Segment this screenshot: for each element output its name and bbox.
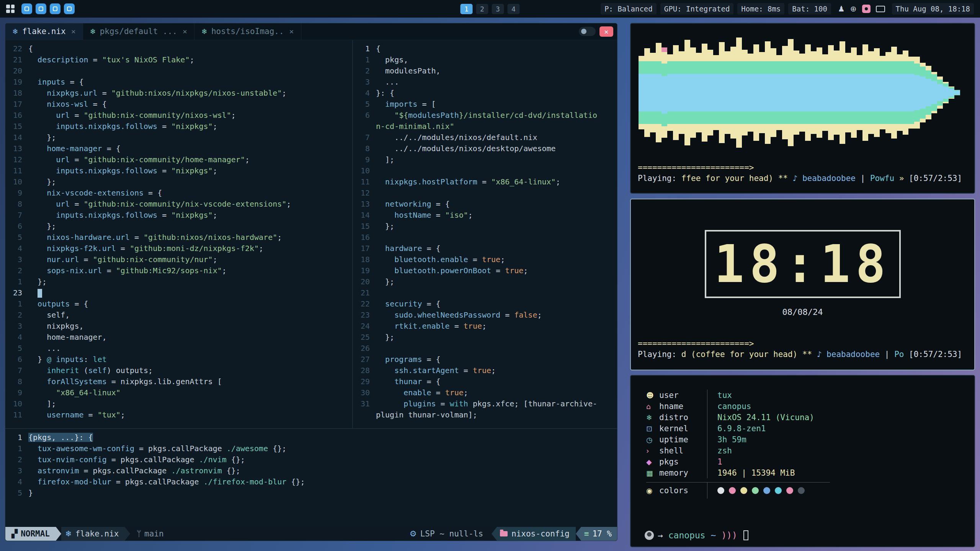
tab-flake-nix[interactable]: ❄flake.nix× bbox=[5, 23, 83, 40]
uptime-icon: ◷ bbox=[646, 435, 659, 444]
code-line: plugin thunar-volman]; bbox=[353, 409, 617, 421]
waveform-column bbox=[794, 51, 799, 135]
code-line: 20 }; bbox=[353, 276, 617, 287]
line-number: 4 bbox=[5, 243, 28, 254]
fetch-row-distro: ❄distroNixOS 24.11 (Vicuna) bbox=[646, 412, 830, 423]
waveform-column bbox=[880, 56, 885, 129]
code-line: 9 ]; bbox=[353, 154, 617, 165]
tab-close-icon[interactable]: × bbox=[289, 27, 294, 36]
line-number: 3 bbox=[5, 465, 28, 476]
line-number: 9 bbox=[5, 387, 28, 398]
fetch-row-kernel: ⊡kernel6.9.8-zen1 bbox=[646, 423, 830, 434]
file-segment[interactable]: ❄ flake.nix bbox=[61, 527, 125, 541]
waveform-column bbox=[753, 44, 759, 141]
clock-date[interactable]: Thu Aug 08, 18:18 bbox=[892, 3, 974, 15]
line-number: 11 bbox=[5, 409, 28, 421]
line-number: 1 bbox=[353, 43, 376, 54]
tab-pkgs-default-[interactable]: ❄pkgs/default ...× bbox=[83, 23, 194, 40]
line-number: 3 bbox=[353, 77, 376, 88]
line-number: 7 bbox=[5, 365, 28, 376]
status-item: Bat: 100 bbox=[788, 3, 831, 15]
lines-icon: ≡ bbox=[584, 529, 589, 538]
project-label: nixos-config bbox=[511, 529, 570, 538]
line-number: 11 bbox=[353, 176, 376, 187]
fetch-row-shell: ›shellzsh bbox=[646, 445, 830, 456]
workspace-tag-1[interactable]: 1 bbox=[461, 4, 473, 14]
line-number: 1 bbox=[353, 54, 376, 65]
code-line: 21 description = "tux's NixOS Flake"; bbox=[5, 54, 352, 65]
code-line: n-cd-minimal.nix" bbox=[353, 121, 617, 132]
waveform-column bbox=[845, 53, 851, 132]
line-number bbox=[353, 121, 376, 132]
pinned-app-icon-1[interactable] bbox=[21, 3, 32, 14]
waveform-column bbox=[891, 47, 897, 139]
memory-icon: ▦ bbox=[646, 469, 659, 477]
line-number: 4 bbox=[5, 332, 28, 343]
fetch-row-user: ☻usertux bbox=[646, 390, 830, 401]
code-pane-iso-image[interactable]: 1{1 pkgs,2 modulesPath,3 ...4}: {5 impor… bbox=[353, 40, 617, 428]
line-number: 5 bbox=[5, 487, 28, 499]
status-item: P: Balanced bbox=[601, 3, 657, 15]
code-pane-pkgs-default[interactable]: 1{pkgs, ...}: {1 tux-awesome-wm-config =… bbox=[5, 429, 617, 527]
code-line: 17 hardware = { bbox=[353, 243, 617, 254]
shell-prompt[interactable]: → canopus ~ ))) bbox=[645, 530, 748, 540]
line-number: 10 bbox=[5, 176, 28, 187]
line-number: 2 bbox=[5, 454, 28, 465]
line-number: 13 bbox=[5, 143, 28, 154]
code-line: 14 hostName = "iso"; bbox=[353, 210, 617, 221]
user-indicator-icon[interactable]: ♟ bbox=[838, 4, 845, 13]
launcher-icon[interactable] bbox=[6, 5, 15, 13]
pinned-app-icon-4[interactable] bbox=[64, 3, 75, 14]
line-number: 7 bbox=[353, 132, 376, 143]
workspace-tag-3[interactable]: 3 bbox=[492, 4, 504, 14]
line-number: 8 bbox=[5, 376, 28, 387]
fetch-row-hname: ⌂hnamecanopus bbox=[646, 401, 830, 412]
code-line: 11 nixpkgs.hostPlatform = "x86_64-linux"… bbox=[353, 176, 617, 187]
git-branch-segment[interactable]: ᛘ main bbox=[136, 529, 163, 538]
line-number: 10 bbox=[5, 398, 28, 409]
waveform-column bbox=[684, 40, 690, 145]
code-line: 5 ... bbox=[5, 343, 352, 354]
project-segment[interactable]: nixos-config bbox=[497, 527, 576, 541]
tab-close-icon[interactable]: × bbox=[71, 27, 76, 36]
code-line: 18 bluetooth.enable = true; bbox=[353, 254, 617, 265]
display-icon[interactable] bbox=[876, 6, 885, 12]
app-glyph-icon bbox=[53, 7, 57, 11]
terminal-color-dot bbox=[729, 487, 736, 494]
pinned-app-icon-3[interactable] bbox=[50, 3, 60, 14]
mode-segment: ▞ NORMAL bbox=[5, 527, 56, 541]
terminal-color-dot bbox=[752, 487, 759, 494]
code-line: 3 ... bbox=[353, 77, 617, 88]
app-glyph-icon bbox=[24, 7, 29, 11]
shell-icon: › bbox=[646, 447, 659, 455]
code-line: 10 }; bbox=[5, 176, 352, 187]
waveform-column bbox=[742, 50, 748, 135]
line-number: 1 bbox=[5, 443, 28, 454]
fetch-row-memory: ▦memory1946 | 15394 MiB bbox=[646, 467, 830, 478]
code-line: 11 username = "tux"; bbox=[5, 409, 352, 421]
line-number: 18 bbox=[5, 88, 28, 99]
raccoon-icon bbox=[645, 531, 654, 540]
theme-toggle-button[interactable] bbox=[579, 27, 596, 36]
toggle-knob-icon bbox=[581, 29, 586, 34]
workspace-tag-4[interactable]: 4 bbox=[508, 4, 520, 14]
code-line: 8 ../../modules/nixos/desktop/awesome bbox=[353, 143, 617, 154]
tab-close-icon[interactable]: × bbox=[183, 27, 187, 36]
code-pane-flake-nix[interactable]: 22{21 description = "tux's NixOS Flake";… bbox=[5, 40, 352, 428]
screenshot-icon[interactable] bbox=[862, 5, 871, 13]
waveform-column bbox=[862, 44, 868, 141]
line-number: 8 bbox=[5, 199, 28, 210]
network-icon[interactable]: ⊕ bbox=[850, 4, 857, 13]
pinned-app-icon-2[interactable] bbox=[36, 3, 46, 14]
workspace-tag-2[interactable]: 2 bbox=[476, 4, 488, 14]
waveform-column bbox=[805, 44, 811, 141]
waveform-column bbox=[926, 66, 931, 119]
code-line: 2 tux-nvim-config = pkgs.callPackage ./n… bbox=[5, 454, 617, 465]
tab-hosts-isoimag-[interactable]: ❄hosts/isoImag..× bbox=[194, 23, 301, 40]
line-number: 5 bbox=[5, 232, 28, 243]
window-close-button[interactable]: ✕ bbox=[599, 26, 613, 37]
waveform-column bbox=[931, 72, 937, 113]
powerline-separator bbox=[492, 527, 497, 541]
status-item: Home: 8ms bbox=[737, 3, 784, 15]
waveform-column bbox=[696, 53, 702, 132]
